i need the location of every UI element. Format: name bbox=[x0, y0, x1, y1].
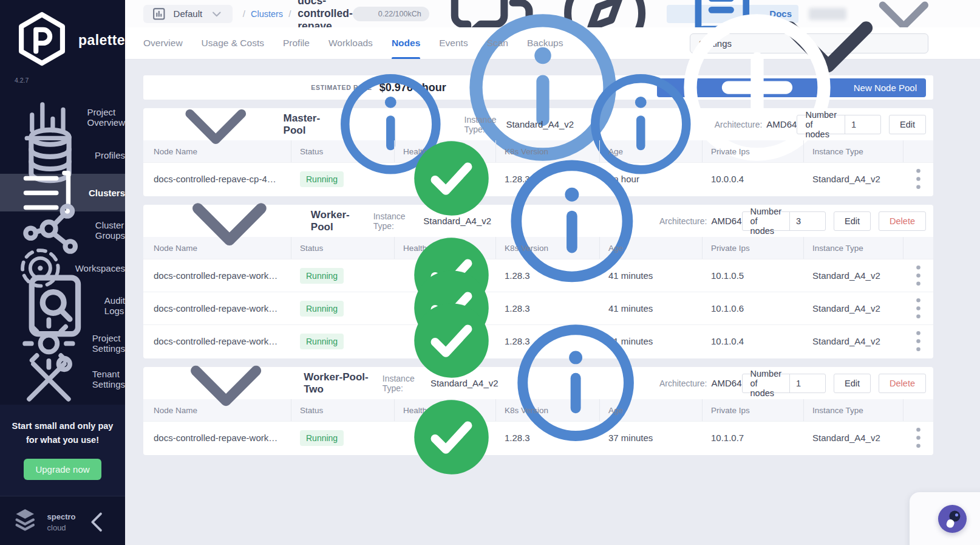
column-header-k8s-version: K8s Version bbox=[496, 399, 600, 421]
brand-name: palette bbox=[78, 32, 125, 49]
number-of-nodes-input[interactable] bbox=[790, 374, 825, 392]
upgrade-message: Start small and only pay for what you us… bbox=[7, 419, 118, 447]
nodes-content: ESTIMATED RATE $0.976 / hour New Node Po… bbox=[125, 60, 980, 455]
collapse-sidebar-button[interactable] bbox=[81, 506, 114, 539]
private-ip-cell: 10.1.0.6 bbox=[703, 303, 804, 314]
row-actions-kebab[interactable] bbox=[903, 164, 933, 194]
breadcrumb-separator: / bbox=[243, 9, 245, 19]
number-of-nodes-control: Number of nodes bbox=[797, 115, 881, 134]
architecture-label: Architecture: bbox=[715, 120, 763, 129]
column-header-private-ips: Private Ips bbox=[703, 237, 804, 259]
row-actions-kebab[interactable] bbox=[903, 293, 933, 323]
table-header-row: Node Name Status Health K8s Version Age … bbox=[143, 399, 933, 421]
sidebar: palette 4.2.7 Project Overview Profiles … bbox=[0, 0, 125, 545]
number-of-nodes-input[interactable] bbox=[845, 115, 880, 134]
column-header-status: Status bbox=[291, 237, 395, 259]
number-of-nodes-input[interactable] bbox=[790, 212, 825, 230]
column-header-instance-type: Instance Type bbox=[804, 399, 903, 421]
app-root: palette 4.2.7 Project Overview Profiles … bbox=[0, 0, 980, 545]
actions-cell bbox=[903, 164, 933, 194]
cluster-tabs-bar: Overview Usage & Costs Profile Workloads… bbox=[125, 27, 980, 60]
status-badge: Running bbox=[300, 171, 344, 187]
instance-type-cell: Standard_A4_v2 bbox=[804, 174, 903, 184]
actions-cell bbox=[903, 326, 933, 356]
architecture-label: Architecture: bbox=[659, 216, 707, 226]
column-header-k8s-version: K8s Version bbox=[496, 237, 600, 259]
row-actions-kebab[interactable] bbox=[903, 326, 933, 356]
number-of-nodes-label: Number of nodes bbox=[743, 374, 791, 392]
private-ip-cell: 10.1.0.4 bbox=[703, 336, 804, 346]
pool-controls: Number of nodes Edit bbox=[797, 115, 926, 134]
tab-nodes[interactable]: Nodes bbox=[392, 27, 420, 59]
instance-type-label: Instance Type: bbox=[383, 374, 426, 393]
sidebar-item-label: Cluster Groups bbox=[95, 220, 125, 241]
row-actions-kebab[interactable] bbox=[903, 261, 933, 290]
instance-type-cell: Standard_A4_v2 bbox=[804, 270, 903, 281]
architecture-value: AMD64 bbox=[711, 216, 741, 226]
column-header-private-ips: Private Ips bbox=[703, 140, 804, 162]
status-cell: Running bbox=[291, 171, 395, 187]
number-of-nodes-control: Number of nodes bbox=[742, 211, 826, 231]
health-cell bbox=[395, 392, 496, 484]
app-version: 4.2.7 bbox=[0, 71, 125, 84]
sidebar-bottom: Tenant Settings Start small and only pay… bbox=[0, 362, 125, 545]
column-header-actions bbox=[903, 399, 933, 421]
number-of-nodes-label: Number of nodes bbox=[743, 212, 791, 230]
delete-pool-button[interactable]: Delete bbox=[879, 374, 926, 393]
architecture-value: AMD64 bbox=[711, 378, 741, 388]
actions-cell bbox=[903, 423, 933, 453]
instance-type-value: Standard_A4_v2 bbox=[423, 216, 491, 226]
tab-workloads[interactable]: Workloads bbox=[328, 27, 373, 59]
user-name-redacted bbox=[809, 8, 846, 20]
tab-events[interactable]: Events bbox=[439, 27, 468, 59]
k8s-version-cell: 1.28.3 bbox=[496, 433, 600, 443]
breadcrumb-clusters-link[interactable]: Clusters bbox=[251, 9, 283, 19]
edit-pool-button[interactable]: Edit bbox=[889, 115, 926, 134]
sidebar-nav: Project Overview Profiles Clusters Clust… bbox=[0, 98, 125, 362]
pool-name: Worker-Pool bbox=[311, 209, 362, 233]
instance-type-cell: Standard_A4_v2 bbox=[804, 433, 903, 443]
node-name-cell: docs-controlled-repave-work… bbox=[143, 270, 291, 281]
sidebar-item-label: Tenant Settings bbox=[92, 369, 125, 389]
tab-backups[interactable]: Backups bbox=[527, 27, 563, 59]
column-header-node-name: Node Name bbox=[143, 237, 291, 259]
upgrade-now-button[interactable]: Upgrade now bbox=[24, 459, 101, 480]
age-cell: 41 minutes bbox=[600, 270, 703, 281]
project-selector[interactable]: Default bbox=[143, 5, 233, 23]
sidebar-item-label: Project Settings bbox=[92, 333, 125, 354]
private-ip-cell: 10.1.0.5 bbox=[703, 270, 804, 281]
instance-type-cell: Standard_A4_v2 bbox=[804, 336, 903, 346]
sidebar-item-label: Clusters bbox=[89, 188, 125, 198]
spectro-cloud-wordmark: spectro cloud bbox=[47, 511, 76, 533]
tab-profile[interactable]: Profile bbox=[283, 27, 310, 59]
delete-pool-button[interactable]: Delete bbox=[879, 211, 926, 231]
status-cell: Running bbox=[291, 334, 395, 349]
pool-header: Worker-Pool Instance Type: Standard_A4_v… bbox=[143, 205, 933, 237]
column-header-instance-type: Instance Type bbox=[804, 140, 903, 162]
new-node-pool-label: New Node Pool bbox=[854, 83, 917, 93]
sidebar-item-tenant-settings[interactable]: Tenant Settings bbox=[0, 362, 125, 396]
astronaut-icon bbox=[938, 505, 967, 533]
pool-name: Master-Pool bbox=[284, 112, 324, 137]
row-actions-kebab[interactable] bbox=[903, 423, 933, 453]
column-header-age: Age bbox=[600, 399, 703, 421]
tab-usage-costs[interactable]: Usage & Costs bbox=[202, 27, 264, 59]
status-badge: Running bbox=[300, 334, 344, 349]
upgrade-message-line2: for what you use! bbox=[26, 435, 99, 445]
upgrade-message-line1: Start small and only pay bbox=[12, 421, 114, 431]
tab-overview[interactable]: Overview bbox=[143, 27, 183, 59]
main-area: Default / Clusters / docs-controlled-rep… bbox=[125, 0, 980, 545]
column-header-age: Age bbox=[600, 237, 703, 259]
assistant-fab-button[interactable] bbox=[938, 505, 967, 533]
column-header-status: Status bbox=[291, 140, 395, 162]
edit-pool-button[interactable]: Edit bbox=[834, 211, 871, 231]
edit-pool-button[interactable]: Edit bbox=[834, 374, 871, 393]
brand: palette bbox=[0, 0, 125, 71]
instance-type-cell: Standard_A4_v2 bbox=[804, 303, 903, 314]
sidebar-footer: spectro cloud bbox=[0, 496, 125, 545]
tab-scan[interactable]: Scan bbox=[487, 27, 508, 59]
age-cell: 37 minutes bbox=[600, 433, 703, 443]
palette-logo-icon bbox=[12, 9, 72, 71]
private-ip-cell: 10.0.0.4 bbox=[703, 174, 804, 184]
tools-icon bbox=[15, 346, 83, 413]
